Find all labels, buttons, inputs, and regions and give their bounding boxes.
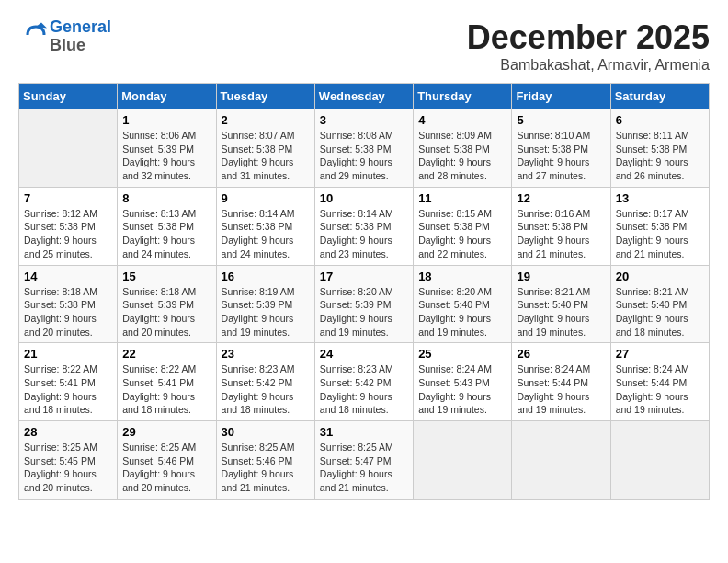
calendar-day <box>414 421 512 500</box>
day-info: Sunrise: 8:25 AMSunset: 5:46 PMDaylight:… <box>122 441 210 495</box>
calendar-day: 19Sunrise: 8:21 AMSunset: 5:40 PMDayligh… <box>512 265 610 343</box>
calendar-day: 30Sunrise: 8:25 AMSunset: 5:46 PMDayligh… <box>216 421 314 500</box>
logo-text: General Blue <box>50 18 111 55</box>
day-header-sunday: Sunday <box>19 84 118 109</box>
day-info: Sunrise: 8:19 AMSunset: 5:39 PMDaylight:… <box>222 285 310 339</box>
day-info: Sunrise: 8:20 AMSunset: 5:39 PMDaylight:… <box>320 285 408 339</box>
day-number: 6 <box>616 113 704 127</box>
day-info: Sunrise: 8:25 AMSunset: 5:47 PMDaylight:… <box>320 441 408 495</box>
day-info: Sunrise: 8:09 AMSunset: 5:38 PMDaylight:… <box>418 129 506 183</box>
calendar-week-row: 14Sunrise: 8:18 AMSunset: 5:38 PMDayligh… <box>19 265 710 343</box>
day-header-monday: Monday <box>118 84 216 109</box>
day-number: 4 <box>418 113 506 127</box>
day-number: 22 <box>122 347 210 361</box>
calendar-header-row: SundayMondayTuesdayWednesdayThursdayFrid… <box>19 84 710 109</box>
day-info: Sunrise: 8:22 AMSunset: 5:41 PMDaylight:… <box>122 362 210 417</box>
calendar-day: 11Sunrise: 8:15 AMSunset: 5:38 PMDayligh… <box>414 187 512 265</box>
day-number: 7 <box>24 191 112 205</box>
calendar-day: 22Sunrise: 8:22 AMSunset: 5:41 PMDayligh… <box>118 343 216 421</box>
day-number: 28 <box>24 425 112 439</box>
day-number: 29 <box>122 425 210 439</box>
calendar-day: 1Sunrise: 8:06 AMSunset: 5:39 PMDaylight… <box>118 109 216 188</box>
calendar-table: SundayMondayTuesdayWednesdayThursdayFrid… <box>18 83 710 500</box>
day-number: 23 <box>222 347 310 361</box>
day-number: 1 <box>122 113 210 127</box>
day-info: Sunrise: 8:25 AMSunset: 5:45 PMDaylight:… <box>24 441 112 495</box>
calendar-day: 14Sunrise: 8:18 AMSunset: 5:38 PMDayligh… <box>19 265 118 343</box>
day-info: Sunrise: 8:24 AMSunset: 5:43 PMDaylight:… <box>418 362 506 417</box>
page-header: General Blue December 2025 Bambakashat, … <box>18 18 710 74</box>
calendar-day: 29Sunrise: 8:25 AMSunset: 5:46 PMDayligh… <box>118 421 216 500</box>
calendar-day: 2Sunrise: 8:07 AMSunset: 5:38 PMDaylight… <box>216 109 314 188</box>
day-number: 12 <box>517 191 605 205</box>
calendar-day: 18Sunrise: 8:20 AMSunset: 5:40 PMDayligh… <box>414 265 512 343</box>
calendar-week-row: 28Sunrise: 8:25 AMSunset: 5:45 PMDayligh… <box>19 421 710 500</box>
logo: General Blue <box>18 18 111 55</box>
day-number: 8 <box>122 191 210 205</box>
calendar-day: 26Sunrise: 8:24 AMSunset: 5:44 PMDayligh… <box>512 343 610 421</box>
calendar-day: 31Sunrise: 8:25 AMSunset: 5:47 PMDayligh… <box>314 421 413 500</box>
day-number: 3 <box>320 113 408 127</box>
day-info: Sunrise: 8:21 AMSunset: 5:40 PMDaylight:… <box>517 285 605 339</box>
calendar-day: 13Sunrise: 8:17 AMSunset: 5:38 PMDayligh… <box>610 187 709 265</box>
day-number: 21 <box>24 347 112 361</box>
calendar-day: 9Sunrise: 8:14 AMSunset: 5:38 PMDaylight… <box>216 187 314 265</box>
day-info: Sunrise: 8:08 AMSunset: 5:38 PMDaylight:… <box>320 129 408 183</box>
day-header-friday: Friday <box>512 84 610 109</box>
day-info: Sunrise: 8:18 AMSunset: 5:38 PMDaylight:… <box>24 285 112 339</box>
calendar-day: 3Sunrise: 8:08 AMSunset: 5:38 PMDaylight… <box>314 109 413 188</box>
location-subtitle: Bambakashat, Armavir, Armenia <box>467 57 710 74</box>
day-number: 11 <box>418 191 506 205</box>
title-block: December 2025 Bambakashat, Armavir, Arme… <box>467 18 710 74</box>
day-header-thursday: Thursday <box>414 84 512 109</box>
day-number: 2 <box>222 113 310 127</box>
day-info: Sunrise: 8:14 AMSunset: 5:38 PMDaylight:… <box>222 207 310 261</box>
day-number: 16 <box>222 270 310 283</box>
calendar-day: 24Sunrise: 8:23 AMSunset: 5:42 PMDayligh… <box>314 343 413 421</box>
day-info: Sunrise: 8:16 AMSunset: 5:38 PMDaylight:… <box>517 207 605 261</box>
day-info: Sunrise: 8:10 AMSunset: 5:38 PMDaylight:… <box>517 129 605 183</box>
calendar-day: 15Sunrise: 8:18 AMSunset: 5:39 PMDayligh… <box>118 265 216 343</box>
day-info: Sunrise: 8:07 AMSunset: 5:38 PMDaylight:… <box>222 129 310 183</box>
calendar-day: 20Sunrise: 8:21 AMSunset: 5:40 PMDayligh… <box>610 265 709 343</box>
calendar-week-row: 21Sunrise: 8:22 AMSunset: 5:41 PMDayligh… <box>19 343 710 421</box>
day-number: 25 <box>418 347 506 361</box>
day-number: 17 <box>320 270 408 283</box>
day-number: 15 <box>122 270 210 283</box>
logo-blue: Blue <box>50 36 85 54</box>
day-info: Sunrise: 8:21 AMSunset: 5:40 PMDaylight:… <box>616 285 704 339</box>
day-number: 13 <box>616 191 704 205</box>
calendar-day <box>512 421 610 500</box>
calendar-day: 17Sunrise: 8:20 AMSunset: 5:39 PMDayligh… <box>314 265 413 343</box>
day-info: Sunrise: 8:17 AMSunset: 5:38 PMDaylight:… <box>616 207 704 261</box>
calendar-day: 21Sunrise: 8:22 AMSunset: 5:41 PMDayligh… <box>19 343 118 421</box>
day-number: 26 <box>517 347 605 361</box>
day-number: 9 <box>222 191 310 205</box>
day-info: Sunrise: 8:24 AMSunset: 5:44 PMDaylight:… <box>517 362 605 417</box>
calendar-day <box>19 109 118 188</box>
day-info: Sunrise: 8:15 AMSunset: 5:38 PMDaylight:… <box>418 207 506 261</box>
day-number: 24 <box>320 347 408 361</box>
day-info: Sunrise: 8:20 AMSunset: 5:40 PMDaylight:… <box>418 285 506 339</box>
calendar-day: 25Sunrise: 8:24 AMSunset: 5:43 PMDayligh… <box>414 343 512 421</box>
day-number: 5 <box>517 113 605 127</box>
day-info: Sunrise: 8:06 AMSunset: 5:39 PMDaylight:… <box>122 129 210 183</box>
calendar-day <box>610 421 709 500</box>
day-number: 31 <box>320 425 408 439</box>
calendar-day: 10Sunrise: 8:14 AMSunset: 5:38 PMDayligh… <box>314 187 413 265</box>
calendar-day: 8Sunrise: 8:13 AMSunset: 5:38 PMDaylight… <box>118 187 216 265</box>
calendar-week-row: 1Sunrise: 8:06 AMSunset: 5:39 PMDaylight… <box>19 109 710 188</box>
calendar-day: 16Sunrise: 8:19 AMSunset: 5:39 PMDayligh… <box>216 265 314 343</box>
day-info: Sunrise: 8:22 AMSunset: 5:41 PMDaylight:… <box>24 362 112 417</box>
calendar-day: 28Sunrise: 8:25 AMSunset: 5:45 PMDayligh… <box>19 421 118 500</box>
calendar-day: 5Sunrise: 8:10 AMSunset: 5:38 PMDaylight… <box>512 109 610 188</box>
day-info: Sunrise: 8:23 AMSunset: 5:42 PMDaylight:… <box>320 362 408 417</box>
day-info: Sunrise: 8:18 AMSunset: 5:39 PMDaylight:… <box>122 285 210 339</box>
logo-icon <box>22 21 50 49</box>
day-info: Sunrise: 8:24 AMSunset: 5:44 PMDaylight:… <box>616 362 704 417</box>
day-info: Sunrise: 8:25 AMSunset: 5:46 PMDaylight:… <box>222 441 310 495</box>
day-info: Sunrise: 8:13 AMSunset: 5:38 PMDaylight:… <box>122 207 210 261</box>
day-info: Sunrise: 8:23 AMSunset: 5:42 PMDaylight:… <box>222 362 310 417</box>
calendar-day: 6Sunrise: 8:11 AMSunset: 5:38 PMDaylight… <box>610 109 709 188</box>
calendar-day: 27Sunrise: 8:24 AMSunset: 5:44 PMDayligh… <box>610 343 709 421</box>
